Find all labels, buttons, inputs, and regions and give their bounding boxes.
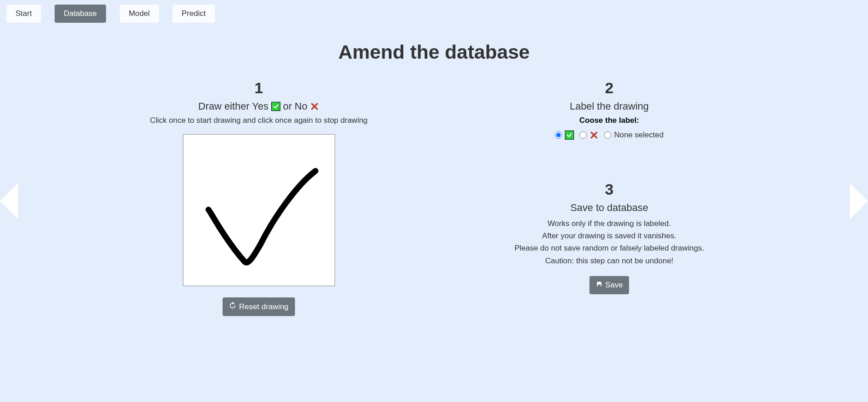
cross-no-icon <box>310 102 319 111</box>
next-arrow[interactable] <box>850 183 868 219</box>
page-title: Amend the database <box>0 41 868 63</box>
label-radio-group: None selected <box>491 131 728 140</box>
tab-start[interactable]: Start <box>6 5 41 23</box>
checkmark-yes-icon <box>271 102 280 111</box>
save-icon <box>596 281 603 290</box>
reset-button-label: Reset drawing <box>239 302 289 312</box>
step3-title: Save to database <box>491 202 728 214</box>
radio-none-text: None selected <box>614 131 664 140</box>
radio-yes[interactable] <box>555 131 562 139</box>
step1-title-mid: or No <box>283 100 308 112</box>
checkmark-yes-icon <box>565 131 574 140</box>
radio-no-label[interactable] <box>579 131 599 140</box>
radio-none-label[interactable]: None selected <box>604 131 664 140</box>
reset-icon <box>229 302 236 312</box>
radio-yes-label[interactable] <box>555 131 574 140</box>
right-column: 2 Label the drawing Coose the label: <box>491 79 728 316</box>
prev-arrow[interactable] <box>0 183 18 219</box>
step3-line3: Please do not save random or falsely lab… <box>491 242 728 254</box>
choose-label-text: Coose the label: <box>491 116 728 125</box>
step1-panel: 1 Draw either Yes or No Click once to st… <box>141 79 377 316</box>
step3-line2: After your drawing is saved it vanishes. <box>491 230 728 242</box>
step1-title-pre: Draw either Yes <box>198 100 269 112</box>
tab-database[interactable]: Database <box>55 5 106 23</box>
step1-number: 1 <box>141 79 377 97</box>
reset-drawing-button[interactable]: Reset drawing <box>223 297 295 316</box>
step1-title: Draw either Yes or No <box>141 100 377 112</box>
step3-number: 3 <box>491 181 728 198</box>
save-button[interactable]: Save <box>589 276 629 294</box>
step2-title: Label the drawing <box>491 100 728 112</box>
step3-line4: Caution: this step can not be undone! <box>491 255 728 267</box>
step2-panel: 2 Label the drawing Coose the label: <box>491 79 728 140</box>
drawing-canvas[interactable] <box>183 134 335 286</box>
step3-line1: Works only if the drawing is labeled. <box>491 217 728 230</box>
nav-tabs: Start Database Model Predict <box>0 0 868 27</box>
radio-none[interactable] <box>604 131 611 139</box>
radio-no[interactable] <box>579 131 587 139</box>
cross-no-icon <box>589 131 599 140</box>
save-button-label: Save <box>605 281 623 290</box>
step2-number: 2 <box>491 79 728 97</box>
step1-subtitle: Click once to start drawing and click on… <box>141 116 377 125</box>
step3-panel: 3 Save to database Works only if the dra… <box>491 181 728 294</box>
tab-predict[interactable]: Predict <box>173 5 215 23</box>
tab-model[interactable]: Model <box>120 5 159 23</box>
step3-description: Works only if the drawing is labeled. Af… <box>491 217 728 267</box>
